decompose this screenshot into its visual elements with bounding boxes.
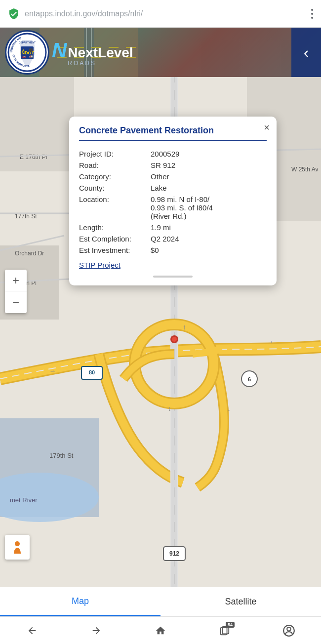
browser-url[interactable]: entapps.indot.in.gov/dotmaps/nlri/ xyxy=(25,9,306,18)
popup-title: Concrete Pavement Restoration xyxy=(79,125,267,136)
table-row: Est Completion: Q2 2024 xyxy=(79,233,267,244)
svg-text:🚗: 🚗 xyxy=(22,54,26,58)
nav-account-button[interactable] xyxy=(277,619,301,643)
brand-roads: ROADS xyxy=(68,60,133,67)
svg-point-60 xyxy=(287,627,291,631)
field-value: 0.98 mi. N of I-80/0.93 mi. S. of I80/4(… xyxy=(151,194,267,222)
scroll-indicator xyxy=(153,276,193,278)
popup-close-button[interactable]: × xyxy=(264,122,270,132)
field-value: Lake xyxy=(151,182,267,194)
svg-text:✈: ✈ xyxy=(22,49,25,52)
svg-text:↑: ↑ xyxy=(183,323,186,331)
svg-text:⬛: ⬛ xyxy=(29,48,33,52)
tab-map[interactable]: Map xyxy=(0,587,160,616)
field-label: Est Investment: xyxy=(79,244,151,256)
table-row: Location: 0.98 mi. N of I-80/0.93 mi. S.… xyxy=(79,194,267,222)
field-label: Length: xyxy=(79,222,151,233)
nav-tabs-button[interactable]: 54 xyxy=(213,619,237,643)
field-value: Other xyxy=(151,171,267,182)
field-label: Category: xyxy=(79,171,151,182)
tabs-count-badge: 54 xyxy=(226,622,235,628)
brand-name: NextLevel xyxy=(68,46,133,60)
field-value: $0 xyxy=(151,244,267,256)
svg-point-56 xyxy=(15,541,20,546)
security-icon xyxy=(8,8,20,20)
svg-text:E 176th Pl: E 176th Pl xyxy=(20,154,47,161)
field-value: 1.9 mi xyxy=(151,222,267,233)
field-value: 2000529 xyxy=(151,148,267,160)
svg-text:→: → xyxy=(49,367,56,375)
chevron-left-icon: ‹ xyxy=(304,43,309,62)
zoom-in-button[interactable]: + xyxy=(5,270,27,291)
url-main: entapps.indot.in.gov xyxy=(25,9,95,18)
svg-text:🚛: 🚛 xyxy=(29,54,33,58)
field-value: SR 912 xyxy=(151,160,267,171)
table-row: Category: Other xyxy=(79,171,267,182)
back-button[interactable]: ‹ xyxy=(291,28,321,77)
field-label: Location: xyxy=(79,194,151,222)
field-label: Road: xyxy=(79,160,151,171)
nextlevel-brand: N NextLevel ROADS xyxy=(52,39,133,67)
map-zoom-controls: + − xyxy=(5,270,27,313)
svg-text:→: → xyxy=(267,338,274,346)
bottom-nav: 54 xyxy=(0,616,321,644)
svg-text:W 25th Av: W 25th Av xyxy=(291,166,318,173)
streetview-icon[interactable] xyxy=(5,535,30,560)
nav-back-button[interactable] xyxy=(20,619,44,643)
table-row: Project ID: 2000529 xyxy=(79,148,267,160)
nav-home-button[interactable] xyxy=(149,619,172,643)
url-path: /dotmaps/nlri/ xyxy=(95,9,143,18)
svg-text:80: 80 xyxy=(89,369,95,375)
browser-bar: entapps.indot.in.gov/dotmaps/nlri/ xyxy=(0,0,321,28)
svg-text:↓: ↓ xyxy=(168,404,171,412)
svg-text:DEPARTMENT: DEPARTMENT xyxy=(19,41,36,44)
field-value: Q2 2024 xyxy=(151,233,267,244)
svg-text:912: 912 xyxy=(169,550,179,557)
nav-forward-button[interactable] xyxy=(84,619,108,643)
table-row: Length: 1.9 mi xyxy=(79,222,267,233)
indot-logo: INDOT ✈ ⬛ 🚗 🚛 INDIANA NO OF TRANSPORTA xyxy=(5,30,49,75)
tab-satellite[interactable]: Satellite xyxy=(160,587,321,616)
svg-text:Orchard Dr: Orchard Dr xyxy=(15,250,44,257)
svg-text:179th St: 179th St xyxy=(49,452,74,459)
field-label: County: xyxy=(79,182,151,194)
header-banner: INDOT ✈ ⬛ 🚗 🚛 INDIANA NO OF TRANSPORTA xyxy=(0,28,321,77)
svg-text:6: 6 xyxy=(248,376,251,382)
svg-point-55 xyxy=(172,337,177,342)
popup-card: × Concrete Pavement Restoration Project … xyxy=(69,117,277,285)
map-container: INDOT ✈ ⬛ 🚗 🚛 INDIANA NO OF TRANSPORTA xyxy=(0,28,321,616)
zoom-out-button[interactable]: − xyxy=(5,291,27,313)
table-row: County: Lake xyxy=(79,182,267,194)
map-type-tabs: Map Satellite xyxy=(0,587,321,616)
popup-details-table: Project ID: 2000529 Road: SR 912 Categor… xyxy=(79,148,267,256)
svg-text:↓: ↓ xyxy=(227,404,231,412)
table-row: Est Investment: $0 xyxy=(79,244,267,256)
popup-divider xyxy=(79,140,267,141)
field-label: Project ID: xyxy=(79,148,151,160)
browser-menu-icon[interactable] xyxy=(311,9,313,19)
svg-text:met River: met River xyxy=(10,496,38,504)
brand-n-icon: N xyxy=(52,39,67,62)
table-row: Road: SR 912 xyxy=(79,160,267,171)
stip-project-link[interactable]: STIP Project xyxy=(79,261,120,269)
field-label: Est Completion: xyxy=(79,233,151,244)
